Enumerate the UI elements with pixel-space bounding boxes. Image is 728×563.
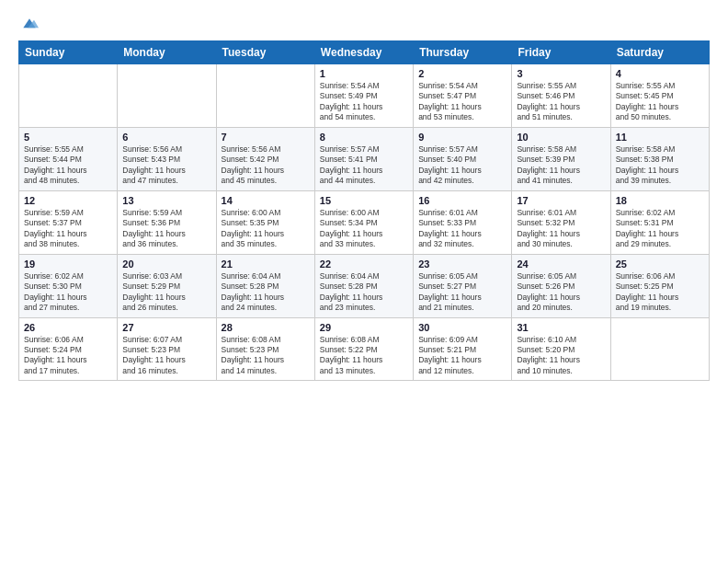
calendar-day-5: 5Sunrise: 5:55 AMSunset: 5:44 PMDaylight… [19, 127, 118, 190]
day-number: 14 [222, 195, 310, 206]
calendar-day-16: 16Sunrise: 6:01 AMSunset: 5:33 PMDayligh… [414, 190, 512, 254]
calendar-day-6: 6Sunrise: 5:56 AMSunset: 5:43 PMDaylight… [118, 127, 216, 190]
day-info: Sunrise: 6:01 AMSunset: 5:32 PMDaylight:… [517, 208, 605, 250]
day-info: Sunrise: 6:09 AMSunset: 5:21 PMDaylight:… [418, 335, 506, 377]
day-info: Sunrise: 5:57 AMSunset: 5:40 PMDaylight:… [418, 144, 506, 187]
day-number: 16 [418, 195, 506, 206]
day-number: 31 [517, 322, 605, 333]
day-info: Sunrise: 6:04 AMSunset: 5:28 PMDaylight:… [320, 271, 408, 314]
day-number: 8 [320, 132, 408, 143]
calendar-day-23: 23Sunrise: 6:05 AMSunset: 5:27 PMDayligh… [414, 254, 512, 317]
calendar-day-15: 15Sunrise: 6:00 AMSunset: 5:34 PMDayligh… [314, 190, 413, 254]
day-info: Sunrise: 5:56 AMSunset: 5:43 PMDaylight:… [122, 144, 210, 187]
calendar-day-30: 30Sunrise: 6:09 AMSunset: 5:21 PMDayligh… [414, 317, 512, 381]
weekday-header-saturday: Saturday [610, 41, 709, 64]
logo-icon [20, 15, 39, 33]
day-number: 21 [222, 259, 310, 270]
header [18, 17, 710, 31]
calendar-day-3: 3Sunrise: 5:55 AMSunset: 5:46 PMDaylight… [512, 64, 610, 128]
day-info: Sunrise: 5:54 AMSunset: 5:47 PMDaylight:… [418, 81, 506, 123]
day-number: 11 [616, 132, 704, 143]
calendar-empty-cell [19, 64, 118, 128]
calendar-day-7: 7Sunrise: 5:56 AMSunset: 5:42 PMDaylight… [216, 127, 314, 190]
calendar-week-row: 26Sunrise: 6:06 AMSunset: 5:24 PMDayligh… [19, 317, 710, 381]
day-info: Sunrise: 6:02 AMSunset: 5:30 PMDaylight:… [24, 271, 112, 314]
day-number: 28 [222, 322, 310, 333]
calendar-day-13: 13Sunrise: 5:59 AMSunset: 5:36 PMDayligh… [118, 190, 216, 254]
day-number: 12 [24, 195, 112, 206]
day-number: 19 [24, 259, 112, 270]
day-number: 22 [320, 259, 408, 270]
weekday-header-monday: Monday [118, 41, 216, 64]
day-number: 15 [320, 195, 408, 206]
day-info: Sunrise: 6:00 AMSunset: 5:35 PMDaylight:… [222, 208, 310, 250]
day-number: 4 [616, 68, 704, 79]
calendar-empty-cell [216, 64, 314, 128]
day-info: Sunrise: 5:58 AMSunset: 5:39 PMDaylight:… [517, 144, 605, 187]
weekday-header-tuesday: Tuesday [216, 41, 314, 64]
calendar-empty-cell [610, 317, 709, 381]
calendar-day-12: 12Sunrise: 5:59 AMSunset: 5:37 PMDayligh… [19, 190, 118, 254]
day-number: 27 [122, 322, 210, 333]
day-info: Sunrise: 5:59 AMSunset: 5:36 PMDaylight:… [122, 208, 210, 250]
day-info: Sunrise: 6:08 AMSunset: 5:23 PMDaylight:… [222, 335, 310, 377]
day-number: 17 [517, 195, 605, 206]
calendar-day-26: 26Sunrise: 6:06 AMSunset: 5:24 PMDayligh… [19, 317, 118, 381]
day-info: Sunrise: 6:05 AMSunset: 5:26 PMDaylight:… [517, 271, 605, 314]
calendar-day-14: 14Sunrise: 6:00 AMSunset: 5:35 PMDayligh… [216, 190, 314, 254]
day-info: Sunrise: 5:54 AMSunset: 5:49 PMDaylight:… [320, 81, 408, 123]
day-number: 23 [418, 259, 506, 270]
day-info: Sunrise: 5:56 AMSunset: 5:42 PMDaylight:… [222, 144, 310, 187]
day-info: Sunrise: 6:00 AMSunset: 5:34 PMDaylight:… [320, 208, 408, 250]
day-number: 26 [24, 322, 112, 333]
calendar-day-9: 9Sunrise: 5:57 AMSunset: 5:40 PMDaylight… [414, 127, 512, 190]
weekday-header-thursday: Thursday [414, 41, 512, 64]
day-number: 13 [122, 195, 210, 206]
day-number: 9 [418, 132, 506, 143]
calendar-day-22: 22Sunrise: 6:04 AMSunset: 5:28 PMDayligh… [314, 254, 413, 317]
calendar-day-20: 20Sunrise: 6:03 AMSunset: 5:29 PMDayligh… [118, 254, 216, 317]
calendar-day-10: 10Sunrise: 5:58 AMSunset: 5:39 PMDayligh… [512, 127, 610, 190]
calendar-week-row: 5Sunrise: 5:55 AMSunset: 5:44 PMDaylight… [19, 127, 710, 190]
day-number: 18 [616, 195, 704, 206]
calendar-day-24: 24Sunrise: 6:05 AMSunset: 5:26 PMDayligh… [512, 254, 610, 317]
calendar-day-27: 27Sunrise: 6:07 AMSunset: 5:23 PMDayligh… [118, 317, 216, 381]
logo [18, 17, 39, 31]
calendar-day-28: 28Sunrise: 6:08 AMSunset: 5:23 PMDayligh… [216, 317, 314, 381]
day-number: 29 [320, 322, 408, 333]
day-info: Sunrise: 5:57 AMSunset: 5:41 PMDaylight:… [320, 144, 408, 187]
day-number: 30 [418, 322, 506, 333]
calendar-day-18: 18Sunrise: 6:02 AMSunset: 5:31 PMDayligh… [610, 190, 709, 254]
calendar-week-row: 1Sunrise: 5:54 AMSunset: 5:49 PMDaylight… [19, 64, 710, 128]
weekday-header-friday: Friday [512, 41, 610, 64]
calendar-day-25: 25Sunrise: 6:06 AMSunset: 5:25 PMDayligh… [610, 254, 709, 317]
calendar-day-31: 31Sunrise: 6:10 AMSunset: 5:20 PMDayligh… [512, 317, 610, 381]
day-info: Sunrise: 6:04 AMSunset: 5:28 PMDaylight:… [222, 271, 310, 314]
day-info: Sunrise: 6:06 AMSunset: 5:25 PMDaylight:… [616, 271, 704, 314]
day-number: 3 [517, 68, 605, 79]
calendar-day-8: 8Sunrise: 5:57 AMSunset: 5:41 PMDaylight… [314, 127, 413, 190]
day-info: Sunrise: 6:08 AMSunset: 5:22 PMDaylight:… [320, 335, 408, 377]
day-info: Sunrise: 5:59 AMSunset: 5:37 PMDaylight:… [24, 208, 112, 250]
calendar-week-row: 19Sunrise: 6:02 AMSunset: 5:30 PMDayligh… [19, 254, 710, 317]
calendar-day-29: 29Sunrise: 6:08 AMSunset: 5:22 PMDayligh… [314, 317, 413, 381]
day-info: Sunrise: 6:05 AMSunset: 5:27 PMDaylight:… [418, 271, 506, 314]
day-number: 10 [517, 132, 605, 143]
day-info: Sunrise: 5:55 AMSunset: 5:46 PMDaylight:… [517, 81, 605, 123]
day-info: Sunrise: 5:55 AMSunset: 5:45 PMDaylight:… [616, 81, 704, 123]
calendar-week-row: 12Sunrise: 5:59 AMSunset: 5:37 PMDayligh… [19, 190, 710, 254]
calendar-day-17: 17Sunrise: 6:01 AMSunset: 5:32 PMDayligh… [512, 190, 610, 254]
day-number: 20 [122, 259, 210, 270]
day-info: Sunrise: 6:07 AMSunset: 5:23 PMDaylight:… [122, 335, 210, 377]
day-number: 1 [320, 68, 408, 79]
weekday-header-row: SundayMondayTuesdayWednesdayThursdayFrid… [19, 41, 710, 64]
page: SundayMondayTuesdayWednesdayThursdayFrid… [0, 0, 728, 563]
day-info: Sunrise: 6:02 AMSunset: 5:31 PMDaylight:… [616, 208, 704, 250]
day-number: 2 [418, 68, 506, 79]
day-info: Sunrise: 6:10 AMSunset: 5:20 PMDaylight:… [517, 335, 605, 377]
calendar-day-1: 1Sunrise: 5:54 AMSunset: 5:49 PMDaylight… [314, 64, 413, 128]
calendar-day-11: 11Sunrise: 5:58 AMSunset: 5:38 PMDayligh… [610, 127, 709, 190]
day-number: 25 [616, 259, 704, 270]
calendar-day-2: 2Sunrise: 5:54 AMSunset: 5:47 PMDaylight… [414, 64, 512, 128]
day-info: Sunrise: 6:06 AMSunset: 5:24 PMDaylight:… [24, 335, 112, 377]
